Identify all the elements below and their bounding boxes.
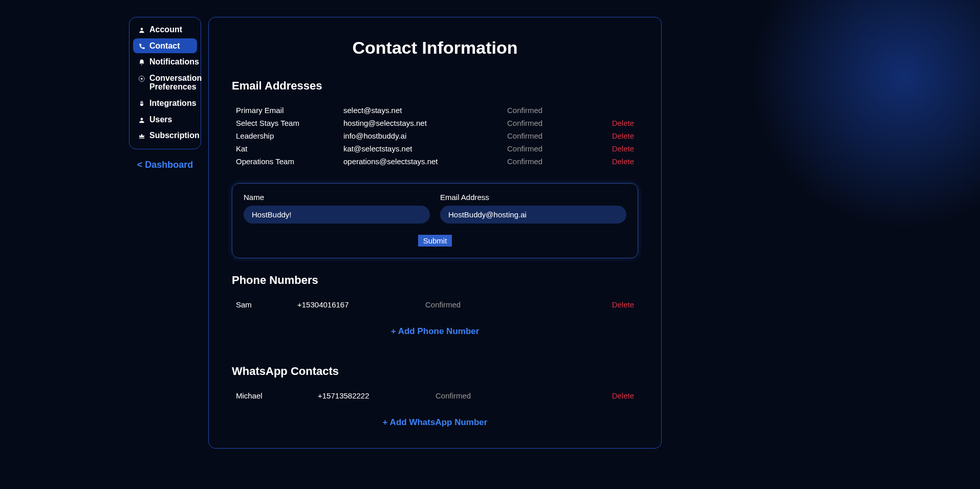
- email-status: Confirmed: [507, 119, 589, 127]
- name-label: Name: [244, 193, 430, 202]
- email-name: Kat: [236, 144, 343, 153]
- email-address: hosting@selectstays.net: [343, 119, 507, 127]
- crown-icon: [138, 132, 145, 140]
- main-panel: Contact Information Email Addresses Prim…: [208, 17, 662, 449]
- page-title: Contact Information: [232, 38, 638, 58]
- phone-row: Sam +15304016167 Confirmed Delete: [232, 298, 638, 311]
- email-address: select@stays.net: [343, 106, 507, 115]
- email-address: info@hostbuddy.ai: [343, 131, 507, 140]
- name-input[interactable]: [244, 206, 430, 224]
- email-label: Email Address: [440, 193, 626, 202]
- phones-title: Phone Numbers: [232, 274, 638, 287]
- phone-number: +15304016167: [297, 300, 425, 309]
- phone-status: Confirmed: [425, 300, 569, 309]
- phone-icon: [138, 43, 145, 50]
- sidebar-label: Users: [149, 115, 172, 124]
- delete-button[interactable]: Delete: [589, 119, 634, 127]
- sidebar-label: Conversation Preferences: [149, 74, 202, 92]
- sidebar-label: Subscription: [149, 131, 200, 140]
- email-address: operations@selectstays.net: [343, 157, 507, 166]
- sidebar-label: Contact: [149, 41, 180, 51]
- email-name: Select Stays Team: [236, 119, 343, 127]
- add-phone-link[interactable]: + Add Phone Number: [232, 326, 638, 337]
- email-name: Operations Team: [236, 157, 343, 166]
- plug-icon: [138, 100, 145, 107]
- email-address: kat@selectstays.net: [343, 144, 507, 153]
- delete-button[interactable]: Delete: [569, 300, 634, 309]
- delete-button[interactable]: Delete: [569, 391, 634, 400]
- sidebar-label: Account: [149, 25, 182, 34]
- email-status: Confirmed: [507, 106, 589, 115]
- svg-point-0: [141, 28, 143, 30]
- delete-button[interactable]: Delete: [589, 131, 634, 140]
- email-row: Select Stays Team hosting@selectstays.ne…: [232, 117, 638, 129]
- add-email-form: Name Email Address Submit: [232, 183, 638, 258]
- gear-icon: [138, 75, 145, 82]
- phones-section: Phone Numbers Sam +15304016167 Confirmed…: [232, 274, 638, 337]
- whatsapp-row: Michael +15713582222 Confirmed Delete: [232, 389, 638, 402]
- delete-button[interactable]: Delete: [589, 144, 634, 153]
- email-status: Confirmed: [507, 131, 589, 140]
- bell-icon: [138, 59, 145, 66]
- sidebar-item-contact[interactable]: Contact: [133, 38, 197, 54]
- email-status: Confirmed: [507, 157, 589, 166]
- sidebar-item-notifications[interactable]: Notifications: [133, 54, 197, 70]
- whatsapp-status: Confirmed: [435, 391, 569, 400]
- email-row: Leadership info@hostbuddy.ai Confirmed D…: [232, 129, 638, 142]
- email-row: Operations Team operations@selectstays.n…: [232, 155, 638, 168]
- sidebar-label: Integrations: [149, 99, 197, 108]
- email-status: Confirmed: [507, 144, 589, 153]
- whatsapp-section: WhatsApp Contacts Michael +15713582222 C…: [232, 365, 638, 428]
- add-whatsapp-link[interactable]: + Add WhatsApp Number: [232, 417, 638, 428]
- sidebar-label: Notifications: [149, 57, 199, 66]
- email-table: Primary Email select@stays.net Confirmed…: [232, 104, 638, 168]
- emails-title: Email Addresses: [232, 79, 638, 93]
- sidebar-item-account[interactable]: Account: [133, 22, 197, 37]
- svg-point-2: [141, 118, 143, 120]
- email-row: Primary Email select@stays.net Confirmed: [232, 104, 638, 117]
- whatsapp-title: WhatsApp Contacts: [232, 365, 638, 378]
- phone-name: Sam: [236, 300, 297, 309]
- user-icon: [138, 117, 145, 124]
- submit-button[interactable]: Submit: [418, 235, 452, 247]
- sidebar-item-subscription[interactable]: Subscription: [133, 128, 197, 143]
- email-input[interactable]: [440, 206, 626, 224]
- whatsapp-name: Michael: [236, 391, 318, 400]
- whatsapp-number: +15713582222: [318, 391, 435, 400]
- sidebar: Account Contact Notifications Conversati…: [129, 17, 201, 149]
- user-icon: [138, 27, 145, 34]
- dashboard-link[interactable]: < Dashboard: [129, 160, 201, 170]
- svg-point-1: [141, 78, 143, 80]
- sidebar-item-users[interactable]: Users: [133, 112, 197, 127]
- email-row: Kat kat@selectstays.net Confirmed Delete: [232, 142, 638, 155]
- emails-section: Email Addresses Primary Email select@sta…: [232, 79, 638, 258]
- delete-button[interactable]: Delete: [589, 157, 634, 166]
- email-name: Leadership: [236, 131, 343, 140]
- email-name: Primary Email: [236, 106, 343, 115]
- sidebar-item-integrations[interactable]: Integrations: [133, 96, 197, 111]
- sidebar-item-conversation-preferences[interactable]: Conversation Preferences: [133, 71, 197, 95]
